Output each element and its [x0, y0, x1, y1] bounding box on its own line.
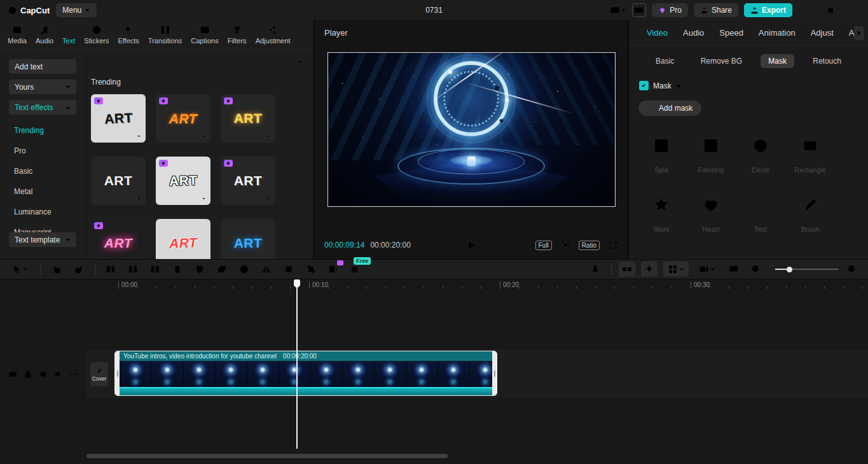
track-preview-icon[interactable] [8, 370, 17, 379]
fullscreen-icon[interactable] [608, 240, 618, 250]
pro-button[interactable]: Pro [652, 3, 688, 17]
text-effect-card[interactable]: ART [91, 94, 146, 143]
player-menu-icon[interactable] [608, 27, 618, 38]
sidebar-item-metal[interactable]: Metal [0, 181, 86, 202]
text-template-dropdown[interactable]: Text template [9, 232, 76, 247]
video-preview[interactable] [327, 52, 616, 207]
close-button[interactable] [845, 3, 863, 17]
zoom-out-icon[interactable] [748, 262, 764, 277]
download-icon[interactable] [135, 133, 142, 140]
speaker-icon[interactable] [54, 370, 63, 379]
minimize-button[interactable] [798, 3, 816, 17]
track-layout-button[interactable] [694, 262, 720, 277]
sidebar-item-pro[interactable]: Pro [0, 141, 86, 161]
mask-option-brush[interactable]: Brush [785, 190, 835, 233]
clip-trim-handle-left[interactable] [115, 351, 120, 395]
enhance-icon[interactable]: Free [347, 262, 364, 277]
download-icon[interactable] [200, 195, 207, 202]
mirror-icon[interactable] [258, 262, 275, 277]
tab-text[interactable]: Text [58, 25, 79, 45]
delete-button[interactable] [169, 262, 186, 277]
text-effect-card[interactable]: ART [221, 94, 275, 143]
more-options-icon[interactable] [69, 370, 78, 379]
delete-left-button[interactable] [102, 262, 119, 277]
menu-button[interactable]: Menu [56, 3, 97, 17]
playhead[interactable] [296, 279, 298, 449]
timeline-scrollbar[interactable] [86, 454, 448, 458]
shortcuts-button[interactable] [632, 3, 646, 17]
tab-filters[interactable]: Filters [223, 25, 251, 45]
share-button[interactable]: Share [694, 3, 738, 17]
sidebar-item-luminance[interactable]: Luminance [0, 202, 86, 222]
download-icon[interactable] [135, 195, 142, 202]
mask-checkbox[interactable] [639, 81, 649, 90]
subtab-mask[interactable]: Mask [761, 54, 794, 68]
download-icon[interactable] [265, 195, 272, 202]
export-button[interactable]: Export [744, 3, 792, 17]
cover-button[interactable]: Cover [90, 362, 108, 386]
subtab-basic[interactable]: Basic [648, 54, 682, 68]
subtab-retouch[interactable]: Retouch [805, 54, 849, 68]
download-icon[interactable] [265, 133, 272, 140]
tab-video[interactable]: Video [647, 28, 668, 38]
split-button[interactable] [125, 262, 141, 277]
eye-icon[interactable] [39, 370, 48, 379]
clip-trim-handle-right[interactable] [492, 351, 497, 395]
freeze-frame-icon[interactable] [214, 262, 230, 277]
text-effect-card[interactable]: ART [221, 219, 275, 259]
delete-right-button[interactable] [147, 262, 163, 277]
mask-option-text[interactable]: Text [736, 190, 785, 233]
select-tool-button[interactable] [8, 262, 33, 277]
mask-option-split[interactable]: Split [637, 131, 686, 174]
tab-captions[interactable]: Captions [186, 25, 223, 45]
add-mask-button[interactable]: Add mask [638, 101, 701, 116]
timeline-zoom-slider[interactable] [775, 269, 839, 270]
auto-captions-toggle[interactable] [641, 262, 658, 277]
more-tabs-button[interactable] [854, 26, 864, 40]
maximize-button[interactable] [822, 3, 839, 17]
text-effect-card[interactable]: ART [91, 219, 146, 259]
sidebar-item-basic[interactable]: Basic [0, 161, 86, 181]
mask-tool-icon[interactable] [191, 262, 208, 277]
tab-stickers[interactable]: Stickers [79, 25, 113, 45]
text-effect-card[interactable]: ART [156, 94, 210, 143]
tab-media[interactable]: Media [3, 25, 31, 45]
text-effect-card[interactable]: ART [156, 157, 210, 205]
mosaic-tool-button[interactable] [663, 262, 689, 277]
full-button[interactable]: Full [535, 241, 552, 250]
tab-animation[interactable]: Animation [759, 28, 796, 38]
zoom-in-icon[interactable] [844, 262, 860, 277]
tab-adjustment[interactable]: Adjustment [251, 25, 295, 45]
rotate-icon[interactable] [280, 262, 297, 277]
linked-clips-toggle[interactable] [619, 262, 635, 277]
add-text-button[interactable]: Add text [9, 59, 76, 74]
download-icon[interactable] [200, 133, 207, 140]
text-to-speech-icon[interactable] [325, 262, 341, 277]
tab-speed[interactable]: Speed [719, 28, 743, 38]
speed-icon[interactable] [236, 262, 252, 277]
filter-sort-button[interactable] [286, 57, 302, 66]
tab-effects[interactable]: Effects [113, 25, 143, 45]
tab-audio[interactable]: Audio [31, 25, 58, 45]
text-effect-card[interactable]: ART [221, 157, 275, 205]
preview-quality-icon[interactable] [726, 262, 742, 277]
timeline-ruler[interactable]: 00:00 00:10 00:20 00:30 [86, 279, 868, 291]
zoom-slider-knob[interactable] [787, 267, 792, 272]
text-effect-card[interactable]: ART [156, 219, 210, 259]
mask-option-circle[interactable]: Circle [736, 131, 785, 174]
play-button[interactable] [467, 241, 476, 250]
redo-button[interactable] [71, 262, 87, 277]
crop-icon[interactable] [303, 262, 319, 277]
mask-option-filmstrip[interactable]: Filmstrip [686, 131, 736, 174]
tab-audio-props[interactable]: Audio [683, 28, 704, 38]
timecode-frames-icon[interactable] [417, 241, 426, 250]
undo-button[interactable] [48, 262, 65, 277]
collapse-icon[interactable] [676, 84, 682, 88]
preview-focus-icon[interactable] [560, 240, 570, 250]
ratio-button[interactable]: Ratio [579, 241, 600, 250]
record-voiceover-icon[interactable] [587, 262, 603, 277]
layout-mode-button[interactable] [610, 5, 626, 15]
sidebar-item-trending[interactable]: Trending [0, 120, 86, 141]
subtab-remove-bg[interactable]: Remove BG [693, 54, 750, 68]
yours-dropdown[interactable]: Yours [9, 80, 76, 94]
